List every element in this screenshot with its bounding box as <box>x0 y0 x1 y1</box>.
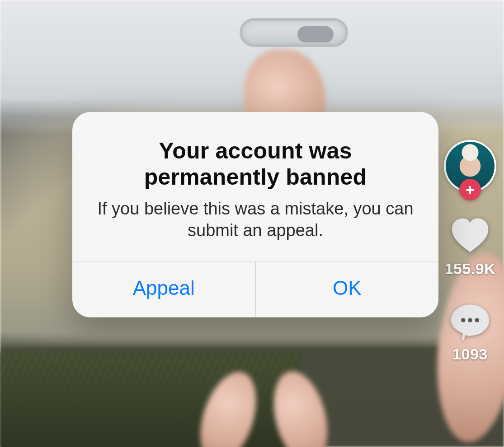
car-door-handle <box>240 18 348 47</box>
comment-count: 1093 <box>452 345 488 363</box>
action-rail: + 155.9K 1093 <box>436 140 504 363</box>
modal-title: Your account was permanently banned <box>90 138 420 190</box>
comment-icon <box>448 299 492 343</box>
creator-avatar[interactable]: + <box>444 140 496 192</box>
modal-body: Your account was permanently banned If y… <box>72 112 438 261</box>
modal-actions: Appeal OK <box>72 261 438 317</box>
modal-message: If you believe this was a mistake, you c… <box>90 198 420 241</box>
follow-button[interactable]: + <box>459 179 481 200</box>
svg-point-2 <box>475 318 480 322</box>
ok-button[interactable]: OK <box>255 261 439 317</box>
comment-button[interactable]: 1093 <box>448 299 492 363</box>
like-button[interactable]: 155.9K <box>445 214 496 278</box>
svg-point-0 <box>461 318 466 322</box>
like-count: 155.9K <box>445 260 496 278</box>
ban-alert-modal: Your account was permanently banned If y… <box>72 112 438 317</box>
heart-icon <box>448 214 492 257</box>
plus-icon: + <box>466 181 475 199</box>
svg-point-1 <box>468 318 472 322</box>
appeal-button[interactable]: Appeal <box>72 261 255 317</box>
